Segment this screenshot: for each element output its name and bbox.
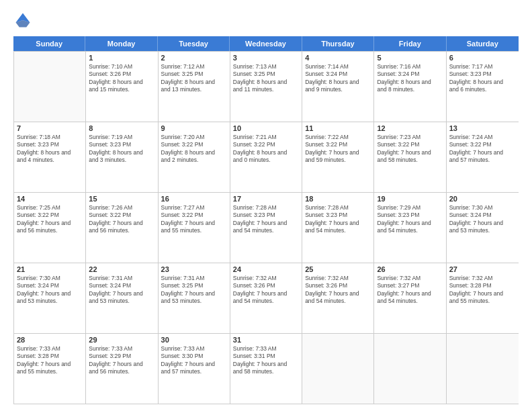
daylight-text-2: and 56 minutes. (17, 227, 83, 234)
calendar-cell: 16Sunrise: 7:27 AMSunset: 3:22 PMDayligh… (159, 193, 230, 263)
sunset-text: Sunset: 3:22 PM (233, 141, 299, 148)
daylight-text-2: and 57 minutes. (449, 156, 516, 164)
daylight-text-2: and 54 minutes. (233, 298, 299, 305)
daylight-text-2: and 4 minutes. (17, 156, 83, 164)
daylight-text-2: and 58 minutes. (233, 368, 299, 375)
calendar-cell: 24Sunrise: 7:32 AMSunset: 3:26 PMDayligh… (230, 263, 302, 333)
day-number: 6 (449, 54, 516, 62)
day-number: 20 (449, 195, 516, 203)
daylight-text: Daylight: 7 hours and (233, 220, 299, 227)
calendar-cell: 14Sunrise: 7:25 AMSunset: 3:22 PMDayligh… (14, 193, 86, 263)
header (13, 11, 519, 30)
daylight-text-2: and 6 minutes. (449, 86, 516, 93)
day-number: 5 (377, 54, 443, 62)
header-day-monday: Monday (85, 36, 157, 51)
calendar-cell: 10Sunrise: 7:21 AMSunset: 3:22 PMDayligh… (230, 122, 302, 192)
sunrise-text: Sunrise: 7:30 AM (449, 204, 516, 212)
sunset-text: Sunset: 3:27 PM (377, 282, 443, 289)
daylight-text-2: and 55 minutes. (161, 227, 227, 234)
sunset-text: Sunset: 3:24 PM (377, 71, 443, 78)
daylight-text: Daylight: 7 hours and (233, 361, 299, 368)
sunrise-text: Sunrise: 7:28 AM (305, 204, 371, 212)
daylight-text: Daylight: 7 hours and (89, 361, 154, 368)
sunset-text: Sunset: 3:22 PM (161, 141, 227, 148)
calendar-row-1: 1Sunrise: 7:10 AMSunset: 3:26 PMDaylight… (14, 51, 519, 122)
daylight-text-2: and 54 minutes. (305, 298, 371, 305)
header-day-thursday: Thursday (302, 36, 374, 51)
daylight-text: Daylight: 8 hours and (89, 79, 154, 86)
sunset-text: Sunset: 3:24 PM (305, 71, 371, 78)
calendar-row-3: 14Sunrise: 7:25 AMSunset: 3:22 PMDayligh… (14, 192, 519, 263)
calendar-cell: 21Sunrise: 7:30 AMSunset: 3:24 PMDayligh… (14, 263, 86, 333)
day-number: 15 (89, 195, 154, 203)
sunset-text: Sunset: 3:23 PM (449, 71, 516, 78)
calendar-cell: 26Sunrise: 7:32 AMSunset: 3:27 PMDayligh… (374, 263, 446, 333)
calendar-cell: 15Sunrise: 7:26 AMSunset: 3:22 PMDayligh… (86, 193, 158, 263)
sunset-text: Sunset: 3:30 PM (161, 353, 227, 360)
sunset-text: Sunset: 3:24 PM (17, 282, 83, 289)
sunset-text: Sunset: 3:23 PM (377, 212, 443, 219)
day-number: 2 (161, 54, 227, 62)
sunset-text: Sunset: 3:22 PM (89, 212, 154, 219)
sunset-text: Sunset: 3:25 PM (161, 282, 227, 289)
daylight-text: Daylight: 8 hours and (233, 79, 299, 86)
day-number: 7 (17, 124, 83, 132)
sunrise-text: Sunrise: 7:31 AM (89, 275, 154, 282)
daylight-text: Daylight: 7 hours and (377, 220, 443, 227)
day-number: 13 (449, 124, 516, 132)
daylight-text-2: and 11 minutes. (233, 86, 299, 93)
header-day-saturday: Saturday (447, 36, 519, 51)
sunrise-text: Sunrise: 7:24 AM (449, 134, 516, 141)
daylight-text: Daylight: 7 hours and (377, 149, 443, 156)
calendar-cell: 28Sunrise: 7:33 AMSunset: 3:28 PMDayligh… (14, 334, 86, 404)
daylight-text: Daylight: 7 hours and (305, 220, 371, 227)
daylight-text: Daylight: 8 hours and (89, 149, 154, 156)
sunset-text: Sunset: 3:25 PM (161, 71, 227, 78)
day-number: 25 (305, 265, 371, 273)
daylight-text-2: and 57 minutes. (161, 368, 227, 375)
daylight-text: Daylight: 8 hours and (17, 149, 83, 156)
calendar-cell: 30Sunrise: 7:33 AMSunset: 3:30 PMDayligh… (159, 334, 230, 404)
daylight-text: Daylight: 8 hours and (377, 79, 443, 86)
day-number: 17 (233, 195, 299, 203)
calendar-row-2: 7Sunrise: 7:18 AMSunset: 3:23 PMDaylight… (14, 122, 519, 192)
daylight-text-2: and 9 minutes. (305, 86, 371, 93)
daylight-text-2: and 56 minutes. (89, 227, 154, 234)
sunrise-text: Sunrise: 7:13 AM (233, 63, 299, 71)
calendar-cell: 5Sunrise: 7:16 AMSunset: 3:24 PMDaylight… (374, 52, 446, 122)
sunrise-text: Sunrise: 7:33 AM (161, 345, 227, 353)
daylight-text: Daylight: 8 hours and (233, 149, 299, 156)
day-number: 28 (17, 336, 83, 344)
sunrise-text: Sunrise: 7:33 AM (89, 345, 154, 353)
sunset-text: Sunset: 3:29 PM (89, 353, 154, 360)
sunset-text: Sunset: 3:24 PM (89, 282, 154, 289)
daylight-text: Daylight: 7 hours and (161, 220, 227, 227)
daylight-text: Daylight: 7 hours and (305, 149, 371, 156)
day-number: 19 (377, 195, 443, 203)
daylight-text-2: and 8 minutes. (377, 86, 443, 93)
daylight-text-2: and 54 minutes. (377, 227, 443, 234)
sunrise-text: Sunrise: 7:29 AM (377, 204, 443, 212)
daylight-text: Daylight: 8 hours and (449, 79, 516, 86)
header-day-tuesday: Tuesday (158, 36, 230, 51)
day-number: 29 (89, 336, 154, 344)
sunrise-text: Sunrise: 7:19 AM (89, 134, 154, 141)
calendar-cell (374, 334, 446, 404)
day-number: 4 (305, 54, 371, 62)
sunset-text: Sunset: 3:23 PM (17, 141, 83, 148)
sunset-text: Sunset: 3:22 PM (161, 212, 227, 219)
daylight-text: Daylight: 7 hours and (449, 220, 516, 227)
day-number: 30 (161, 336, 227, 344)
sunset-text: Sunset: 3:23 PM (233, 212, 299, 219)
calendar-cell: 12Sunrise: 7:23 AMSunset: 3:22 PMDayligh… (374, 122, 446, 192)
calendar-cell (14, 52, 86, 122)
sunset-text: Sunset: 3:26 PM (305, 282, 371, 289)
daylight-text: Daylight: 7 hours and (17, 361, 83, 368)
daylight-text: Daylight: 7 hours and (89, 220, 154, 227)
sunset-text: Sunset: 3:25 PM (233, 71, 299, 78)
calendar-header: SundayMondayTuesdayWednesdayThursdayFrid… (13, 36, 519, 51)
calendar-cell: 13Sunrise: 7:24 AMSunset: 3:22 PMDayligh… (447, 122, 519, 192)
daylight-text: Daylight: 7 hours and (449, 290, 516, 298)
day-number: 1 (89, 54, 154, 62)
calendar-cell: 17Sunrise: 7:28 AMSunset: 3:23 PMDayligh… (230, 193, 302, 263)
